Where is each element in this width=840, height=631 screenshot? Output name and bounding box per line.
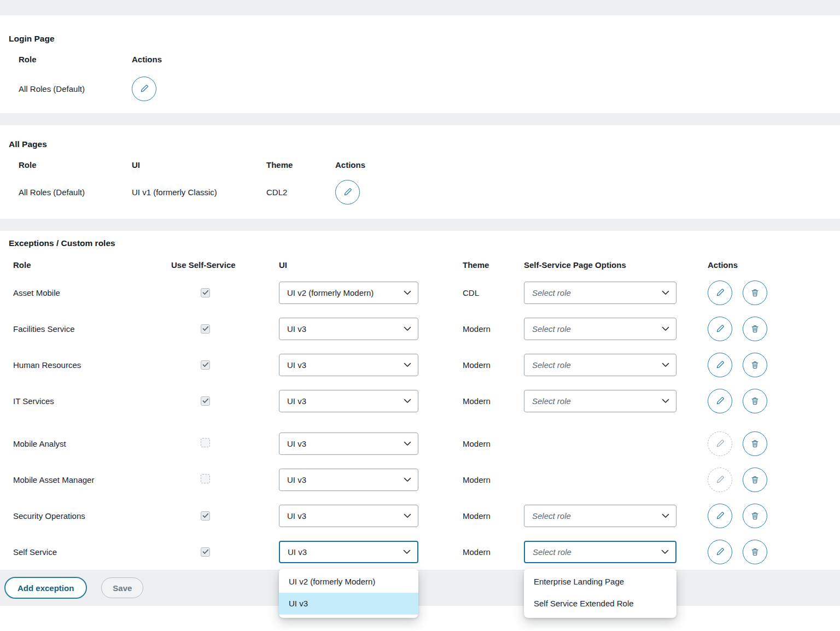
edit-button[interactable] — [335, 180, 360, 205]
self-service-page-options-select[interactable]: Select role — [524, 354, 676, 376]
role-cell: Human Resources — [13, 360, 171, 370]
header-self-service-page-options: Self-Service Page Options — [524, 260, 708, 270]
pencil-icon — [715, 324, 725, 334]
edit-button[interactable] — [708, 504, 732, 528]
theme-cell: Modern — [463, 396, 524, 406]
self-service-page-options-select[interactable]: Select role — [524, 282, 676, 304]
edit-button[interactable] — [708, 389, 732, 413]
trash-icon — [750, 288, 760, 297]
chevron-down-icon — [661, 550, 669, 554]
chevron-down-icon — [403, 550, 411, 554]
role-cell: Facilities Service — [13, 324, 171, 334]
edit-button[interactable] — [708, 281, 732, 305]
menu-option-enterprise-landing-page[interactable]: Enterprise Landing Page — [524, 571, 676, 593]
delete-button[interactable] — [743, 317, 767, 341]
delete-button[interactable] — [743, 468, 767, 492]
header-role: Role — [19, 160, 132, 170]
chevron-down-icon — [404, 477, 411, 482]
ui-select[interactable]: UI v3 — [279, 318, 418, 340]
role-cell: IT Services — [13, 396, 171, 406]
delete-button[interactable] — [743, 504, 767, 528]
save-button[interactable]: Save — [101, 577, 143, 598]
exceptions-section: Exceptions / Custom roles Role Use Self-… — [0, 231, 840, 570]
trash-icon — [750, 360, 760, 370]
exception-row: Mobile Asset Manager UI v3 Modern — [0, 461, 840, 498]
use-self-service-checkbox[interactable] — [201, 547, 210, 557]
check-icon — [202, 326, 209, 331]
exception-row: Self Service UI v3 UI v2 (formerly Moder… — [0, 534, 840, 570]
self-service-page-options-select[interactable]: Select role — [524, 505, 676, 527]
theme-cell: Modern — [463, 324, 524, 334]
ui-select[interactable]: UI v3 — [279, 541, 418, 563]
role-value: All Roles (Default) — [19, 84, 132, 94]
pencil-icon — [715, 439, 725, 448]
role-cell: Mobile Analyst — [13, 439, 171, 448]
trash-icon — [750, 547, 760, 557]
login-page-section: Login Page Role Actions All Roles (Defau… — [0, 15, 840, 113]
header-theme: Theme — [463, 260, 524, 270]
exception-row: Asset Mobile UI v2 (formerly Modern) CDL… — [0, 274, 840, 311]
edit-button[interactable] — [132, 77, 156, 101]
theme-cell: Modern — [463, 511, 524, 521]
role-cell: Self Service — [13, 547, 171, 557]
delete-button[interactable] — [743, 389, 767, 413]
pencil-icon — [715, 511, 725, 521]
edit-button[interactable] — [708, 317, 732, 341]
use-self-service-checkbox[interactable] — [201, 324, 210, 334]
header-actions: Actions — [335, 160, 840, 170]
exception-row: Security Operations UI v3 Modern Select … — [0, 498, 840, 534]
theme-cell: Modern — [463, 360, 524, 370]
ui-select[interactable]: UI v3 — [279, 354, 418, 376]
footer-bar: Add exception Save — [0, 570, 840, 606]
all-pages-row: All Roles (Default) UI v1 (formerly Clas… — [0, 178, 840, 206]
header-actions: Actions — [132, 55, 840, 64]
login-page-title: Login Page — [0, 34, 840, 55]
top-strip — [0, 0, 840, 15]
role-cell: Asset Mobile — [13, 288, 171, 297]
theme-cell: Modern — [463, 475, 524, 484]
use-self-service-checkbox[interactable] — [201, 474, 210, 483]
add-exception-button[interactable]: Add exception — [4, 577, 87, 599]
ui-select[interactable]: UI v3 — [279, 469, 418, 491]
menu-option-self-service-extended-role[interactable]: Self Service Extended Role — [524, 593, 676, 615]
menu-option-ui-v2[interactable]: UI v2 (formerly Modern) — [279, 571, 418, 593]
ui-select[interactable]: UI v3 — [279, 390, 418, 412]
chevron-down-icon — [404, 326, 411, 331]
all-pages-section: All Pages Role UI Theme Actions All Role… — [0, 125, 840, 219]
pencil-icon — [715, 475, 725, 484]
all-pages-header-row: Role UI Theme Actions — [0, 160, 840, 170]
use-self-service-checkbox[interactable] — [201, 288, 210, 297]
self-service-page-options-select[interactable]: Select role — [524, 318, 676, 340]
menu-option-ui-v3[interactable]: UI v3 — [279, 593, 418, 615]
edit-button[interactable] — [708, 540, 732, 564]
chevron-down-icon — [662, 363, 669, 367]
delete-button[interactable] — [743, 281, 767, 305]
header-ui: UI — [132, 160, 266, 170]
chevron-down-icon — [404, 290, 411, 295]
use-self-service-checkbox[interactable] — [201, 511, 210, 521]
delete-button[interactable] — [743, 353, 767, 377]
chevron-down-icon — [662, 399, 669, 404]
delete-button[interactable] — [743, 431, 767, 456]
chevron-down-icon — [662, 290, 669, 295]
pencil-icon — [715, 360, 725, 370]
exception-row: Facilities Service UI v3 Modern Select r… — [0, 311, 840, 347]
use-self-service-checkbox[interactable] — [201, 396, 210, 406]
login-page-header-row: Role Actions — [0, 55, 840, 64]
chevron-down-icon — [404, 399, 411, 404]
pencil-icon — [715, 547, 725, 557]
delete-button[interactable] — [743, 540, 767, 564]
check-icon — [202, 362, 209, 367]
self-service-page-options-select[interactable]: Select role — [524, 541, 676, 563]
ui-select[interactable]: UI v3 — [279, 505, 418, 527]
pencil-icon — [343, 187, 353, 197]
edit-button[interactable] — [708, 353, 732, 377]
self-service-page-options-select[interactable]: Select role — [524, 390, 676, 412]
use-self-service-checkbox[interactable] — [201, 438, 210, 447]
ui-value: UI v1 (formerly Classic) — [132, 188, 266, 197]
check-icon — [202, 513, 209, 518]
header-role: Role — [13, 260, 171, 270]
ui-select[interactable]: UI v3 — [279, 433, 418, 455]
use-self-service-checkbox[interactable] — [201, 360, 210, 370]
ui-select[interactable]: UI v2 (formerly Modern) — [279, 282, 418, 304]
